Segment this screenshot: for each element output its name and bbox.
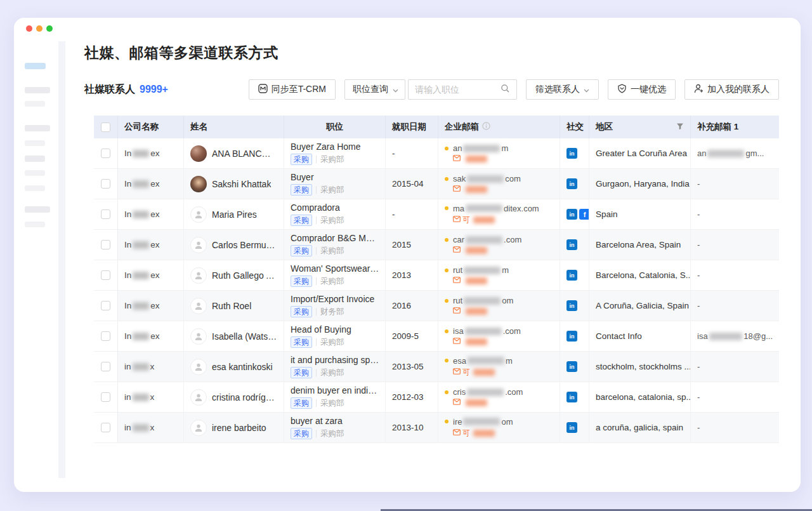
search-icon[interactable] <box>501 84 510 96</box>
deliverable-badge <box>445 276 488 285</box>
redacted-text <box>466 247 487 254</box>
position-title: Woman' Sportswear Bu... <box>291 263 379 274</box>
filter-contacts-button[interactable]: 筛选联系人 <box>526 79 599 100</box>
sidebar-skeleton-item <box>25 140 45 146</box>
table-row: inx cristina rodríguez denim buyer en in… <box>94 382 779 413</box>
person-add-icon <box>694 84 704 95</box>
redacted-text <box>133 302 149 310</box>
sidebar-skeleton-item <box>25 206 50 213</box>
linkedin-icon[interactable]: in <box>566 331 577 342</box>
contacts-summary: 社媒联系人9999+ <box>84 83 168 96</box>
tag-divider <box>316 247 317 255</box>
linkedin-icon[interactable]: in <box>566 178 577 189</box>
close-window-dot[interactable] <box>26 25 32 32</box>
sidebar-skeleton-item <box>25 125 50 131</box>
start-date: 2013-10 <box>386 413 438 442</box>
position-tag: 采购 <box>291 428 312 439</box>
row-checkbox[interactable] <box>101 392 110 402</box>
redacted-text <box>133 394 149 401</box>
envelope-check-icon <box>453 368 461 376</box>
supp-email: - <box>691 169 779 199</box>
deliverable-badge <box>445 398 488 407</box>
supp-email: isa18@g... <box>691 321 779 351</box>
row-checkbox[interactable] <box>101 362 110 371</box>
sidebar-skeleton-item <box>25 170 45 176</box>
info-icon[interactable] <box>482 122 490 132</box>
start-date: 2013-05 <box>386 352 438 382</box>
position-query-select[interactable]: 职位查询 <box>344 79 405 100</box>
social-icons: in <box>560 352 589 382</box>
linkedin-icon[interactable]: in <box>566 392 577 402</box>
redacted-text <box>467 388 504 396</box>
region: stockholm, stockholms ... <box>589 352 691 382</box>
company-name: Inex <box>124 149 160 158</box>
sidebar-skeleton-item <box>25 87 50 93</box>
linkedin-icon[interactable]: in <box>566 361 577 372</box>
position-title: Buyer <box>291 172 314 182</box>
facebook-icon[interactable]: f <box>579 209 589 220</box>
position-tag: 采购 <box>291 245 312 256</box>
redacted-text <box>464 297 501 305</box>
sidebar-skeleton-item <box>25 156 45 162</box>
maximize-window-dot[interactable] <box>46 25 53 32</box>
one-click-optimize-button[interactable]: 一键优选 <box>608 79 676 100</box>
start-date: - <box>386 199 438 229</box>
redacted-text <box>133 272 149 279</box>
email-status-dot <box>445 390 449 394</box>
row-checkbox[interactable] <box>101 209 110 219</box>
tag-divider <box>316 216 317 224</box>
contact-name: ANA BLANCO REY <box>212 149 277 159</box>
email-status-dot <box>445 177 449 181</box>
column-header-email: 企业邮箱 <box>445 121 479 133</box>
redacted-text <box>466 308 487 315</box>
contact-name: Ruth Gallego Agulló <box>212 270 277 281</box>
table-row: Inex Sakshi Khattak Buyer 采购 采购部 2015-04… <box>94 169 779 199</box>
position-tag: 采购 <box>291 154 312 165</box>
tag-divider <box>316 308 317 315</box>
department-label: 采购部 <box>320 428 344 439</box>
department-label: 采购部 <box>320 398 344 409</box>
row-checkbox[interactable] <box>101 240 110 249</box>
filter-funnel-icon[interactable] <box>676 123 684 132</box>
linkedin-icon[interactable]: in <box>566 422 577 433</box>
email-status-dot <box>445 238 449 242</box>
row-checkbox[interactable] <box>101 331 110 341</box>
linkedin-icon[interactable]: in <box>566 148 577 159</box>
chevron-down-icon <box>584 84 589 95</box>
supp-email: angm... <box>691 138 779 168</box>
envelope-check-icon <box>453 307 461 315</box>
company-name: Inex <box>124 331 160 341</box>
row-checkbox[interactable] <box>101 423 110 432</box>
sidebar-active-item[interactable] <box>25 63 46 69</box>
social-icons: in <box>560 321 589 351</box>
linkedin-icon[interactable]: in <box>566 239 577 250</box>
position-search-box <box>408 79 517 100</box>
row-checkbox[interactable] <box>101 270 110 280</box>
add-to-my-contacts-button[interactable]: 加入我的联系人 <box>684 79 779 100</box>
region: A Coruña, Galicia, Spain <box>589 291 691 321</box>
minimize-window-dot[interactable] <box>36 25 43 32</box>
deliverable-badge <box>445 154 488 163</box>
position-search-input[interactable] <box>415 84 501 95</box>
row-checkbox[interactable] <box>101 149 110 158</box>
select-all-checkbox[interactable] <box>101 123 110 132</box>
column-header-social: 社交 <box>560 116 589 138</box>
deliverable-badge: 可 <box>445 367 496 378</box>
region: Greater La Coruña Area <box>589 138 691 168</box>
linkedin-icon[interactable]: in <box>566 270 577 281</box>
row-checkbox[interactable] <box>101 301 110 310</box>
region: barcelona, catalonia, sp... <box>589 382 691 412</box>
redacted-text <box>133 211 149 218</box>
avatar <box>190 145 207 162</box>
row-checkbox[interactable] <box>101 179 110 189</box>
deliverable-badge <box>445 337 488 346</box>
department-label: 采购部 <box>320 337 344 348</box>
linkedin-icon[interactable]: in <box>566 209 577 220</box>
redacted-text <box>467 175 504 183</box>
company-name: Inex <box>124 179 160 189</box>
redacted-text <box>466 204 502 212</box>
linkedin-icon[interactable]: in <box>566 300 577 311</box>
tag-divider <box>316 430 317 437</box>
sync-to-crm-button[interactable]: 同步至T-CRM <box>249 79 336 100</box>
redacted-text <box>133 180 149 188</box>
